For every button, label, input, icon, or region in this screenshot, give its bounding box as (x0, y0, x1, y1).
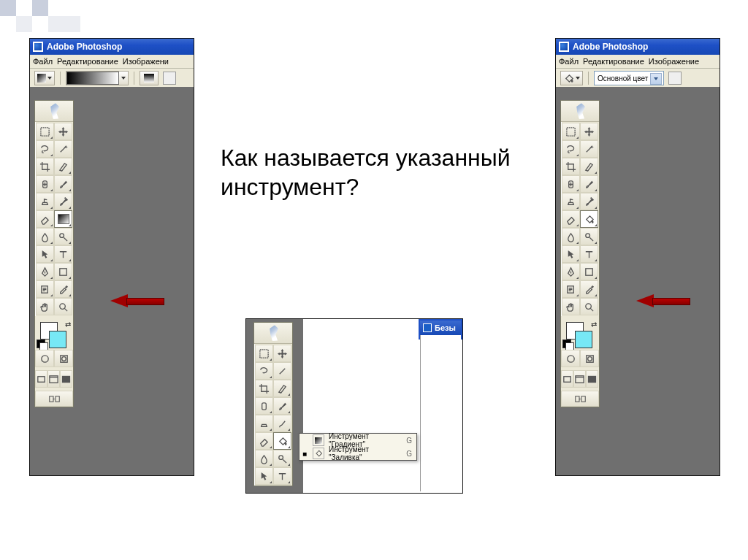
slice-tool[interactable] (580, 158, 598, 175)
fill-source-combo[interactable]: Основной цвет (594, 71, 664, 85)
clone-stamp-tool[interactable] (36, 193, 54, 210)
blur-tool[interactable] (562, 228, 580, 245)
hand-tool[interactable] (36, 298, 54, 315)
lasso-tool[interactable] (562, 140, 580, 158)
healing-brush-tool[interactable] (36, 175, 54, 193)
magic-wand-tool[interactable] (580, 140, 598, 158)
blur-tool[interactable] (255, 450, 273, 467)
menu-file[interactable]: Файл (559, 57, 579, 66)
menu-edit[interactable]: Редактирование (57, 57, 118, 66)
standard-mode-button[interactable] (561, 350, 580, 367)
slice-tool[interactable] (273, 380, 291, 397)
marquee-tool[interactable] (36, 123, 54, 140)
zoom-tool[interactable] (580, 298, 598, 315)
type-tool[interactable] (273, 467, 291, 485)
swap-colors-icon[interactable]: ⇄ (65, 321, 71, 329)
background-swatch[interactable] (49, 331, 66, 348)
shape-tool[interactable] (580, 263, 598, 280)
dodge-tool[interactable] (580, 228, 598, 245)
pen-tool[interactable] (36, 263, 54, 280)
clone-stamp-tool[interactable] (562, 193, 580, 210)
gradient-picker[interactable] (66, 71, 129, 85)
shape-tool[interactable] (54, 263, 72, 280)
marquee-tool[interactable] (255, 345, 273, 362)
pen-tool[interactable] (562, 263, 580, 280)
menu-image[interactable]: Изображени (123, 57, 169, 66)
type-tool[interactable] (54, 245, 72, 263)
toolbox-header[interactable] (254, 323, 292, 344)
toolbox-header[interactable] (35, 101, 73, 122)
magic-wand-tool[interactable] (54, 140, 72, 158)
eraser-tool[interactable] (562, 210, 580, 228)
screen-full-button[interactable] (586, 370, 598, 388)
paint-bucket-tool[interactable] (273, 432, 291, 450)
gradient-tool-preset[interactable] (34, 71, 55, 85)
blur-tool[interactable] (36, 228, 54, 245)
move-tool[interactable] (580, 123, 598, 140)
eraser-tool[interactable] (36, 210, 54, 228)
hand-tool[interactable] (562, 298, 580, 315)
move-tool[interactable] (273, 345, 291, 362)
slice-tool[interactable] (54, 158, 72, 175)
paint-bucket-tool[interactable] (580, 210, 598, 228)
lasso-tool[interactable] (255, 362, 273, 380)
brush-tool[interactable] (54, 175, 72, 193)
standard-mode-button[interactable] (35, 350, 54, 367)
default-colors-icon[interactable] (37, 340, 45, 348)
screen-full-button[interactable] (60, 370, 72, 388)
healing-brush-tool[interactable] (255, 397, 273, 415)
path-selection-tool[interactable] (36, 245, 54, 263)
eyedropper-tool[interactable] (54, 280, 72, 298)
palette-button[interactable] (163, 72, 176, 85)
menu-image[interactable]: Изображение (649, 57, 699, 66)
screen-full-menubar-button[interactable] (573, 370, 586, 388)
screen-standard-button[interactable] (561, 370, 573, 388)
path-selection-tool[interactable] (562, 245, 580, 263)
default-colors-icon[interactable] (562, 340, 571, 348)
type-tool[interactable] (580, 245, 598, 263)
quickmask-button[interactable] (580, 350, 599, 367)
color-swatches[interactable]: ⇄ (35, 319, 73, 350)
history-brush-tool[interactable] (580, 193, 598, 210)
tool-flyout[interactable]: Инструмент "Градиент" G ■ Инструмент "За… (299, 433, 417, 461)
pattern-picker[interactable] (668, 72, 682, 85)
history-brush-tool[interactable] (54, 193, 72, 210)
clone-stamp-tool[interactable] (255, 415, 273, 432)
menubar-left[interactable]: Файл Редактирование Изображени (30, 55, 194, 69)
swap-colors-icon[interactable]: ⇄ (591, 321, 597, 329)
menu-file[interactable]: Файл (33, 57, 53, 66)
crop-tool[interactable] (255, 380, 273, 397)
menu-edit[interactable]: Редактирование (583, 57, 644, 66)
gradient-linear-button[interactable] (140, 71, 159, 85)
quickmask-button[interactable] (54, 350, 73, 367)
eyedropper-tool[interactable] (580, 280, 598, 298)
marquee-tool[interactable] (562, 123, 580, 140)
background-swatch[interactable] (575, 331, 592, 348)
color-swatches[interactable]: ⇄ (561, 319, 599, 350)
notes-tool[interactable] (562, 280, 580, 298)
gradient-tool[interactable] (54, 210, 72, 228)
crop-tool[interactable] (562, 158, 580, 175)
brush-tool[interactable] (273, 397, 291, 415)
healing-brush-tool[interactable] (562, 175, 580, 193)
zoom-tool[interactable] (54, 298, 72, 315)
brush-tool[interactable] (580, 175, 598, 193)
eraser-tool[interactable] (255, 432, 273, 450)
lasso-tool[interactable] (36, 140, 54, 158)
screen-standard-button[interactable] (35, 370, 47, 388)
crop-tool[interactable] (36, 158, 54, 175)
dodge-tool[interactable] (54, 228, 72, 245)
flyout-bucket[interactable]: ■ Инструмент "Заливка" G (299, 447, 416, 460)
history-brush-tool[interactable] (273, 415, 291, 432)
magic-wand-tool[interactable] (273, 362, 291, 380)
toolbox-header[interactable] (561, 101, 599, 122)
jump-to-imageready-button[interactable] (35, 391, 73, 407)
screen-full-menubar-button[interactable] (47, 370, 60, 388)
jump-to-imageready-button[interactable] (561, 391, 599, 407)
path-selection-tool[interactable] (255, 467, 273, 485)
move-tool[interactable] (54, 123, 72, 140)
dodge-tool[interactable] (273, 450, 291, 467)
notes-tool[interactable] (36, 280, 54, 298)
bucket-tool-preset[interactable] (560, 71, 583, 85)
menubar-right[interactable]: Файл Редактирование Изображение (556, 55, 720, 69)
